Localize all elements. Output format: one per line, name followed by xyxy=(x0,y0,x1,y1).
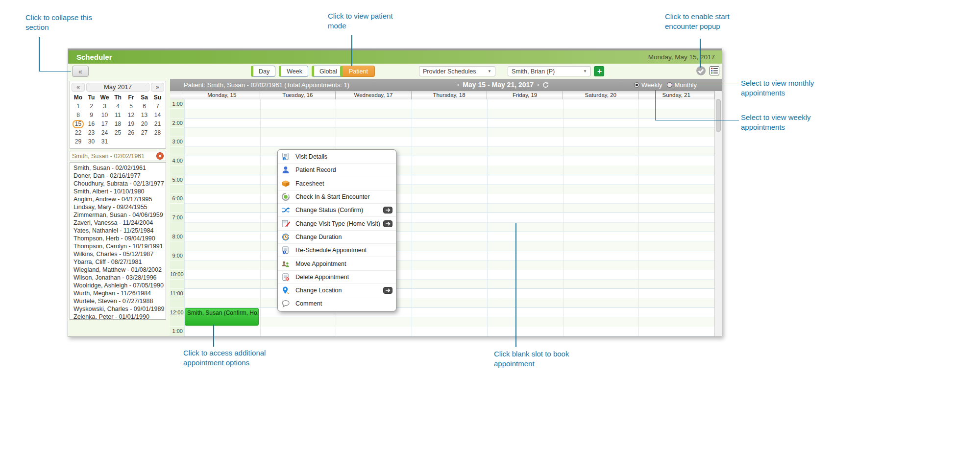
day-column-monday-15[interactable] xyxy=(185,99,261,336)
menu-item-change-visit-type-home-visit[interactable]: Change Visit Type (Home Visit) xyxy=(278,217,396,230)
vertical-scrollbar[interactable] xyxy=(714,91,722,336)
patient-list-item[interactable]: Wllson, Jonathan - 03/28/1996 xyxy=(74,274,166,282)
refresh-icon[interactable] xyxy=(542,82,549,88)
calendar-day-18[interactable]: 18 xyxy=(111,120,124,129)
day-column-friday-19[interactable] xyxy=(488,99,564,336)
day-column-saturday-20[interactable] xyxy=(564,99,639,336)
calendar-day-26[interactable]: 26 xyxy=(124,129,138,138)
day-column-sunday-21[interactable] xyxy=(639,99,715,336)
calendar-day-7[interactable]: 7 xyxy=(151,102,164,111)
annotation-appointment-options: Click to access additional appointment o… xyxy=(183,348,271,368)
menu-item-delete-appointment[interactable]: Delete Appointment xyxy=(278,271,396,284)
calendar-day-24[interactable]: 24 xyxy=(98,129,111,138)
patient-list-item[interactable]: Wurtele, Steven - 07/27/1988 xyxy=(74,297,166,305)
calendar-day-19[interactable]: 19 xyxy=(124,120,138,129)
prev-month-button[interactable]: « xyxy=(72,83,85,92)
start-encounter-toggle-icon[interactable] xyxy=(696,66,706,78)
patient-list-item[interactable]: Wurth, Meghan - 11/26/1984 xyxy=(74,289,166,297)
calendar-day-8[interactable]: 8 xyxy=(72,111,85,120)
calendar-day-5[interactable]: 5 xyxy=(124,102,138,111)
patient-list-item[interactable]: Lindsay, Mary - 09/24/1955 xyxy=(74,203,166,211)
next-month-button[interactable]: » xyxy=(151,83,164,92)
calendar-day-11[interactable]: 11 xyxy=(111,111,124,120)
add-provider-button[interactable]: + xyxy=(594,66,604,76)
menu-item-check-in-start-encounter[interactable]: Check In & Start Encounter xyxy=(278,190,396,204)
calendar-day-15[interactable]: 15 xyxy=(72,120,85,129)
menu-item-label: Visit Details xyxy=(295,153,327,160)
menu-item-change-location[interactable]: Change Location xyxy=(278,284,396,297)
submenu-arrow-icon[interactable] xyxy=(383,220,392,227)
calendar-day-12[interactable]: 12 xyxy=(124,111,138,120)
patient-list-item[interactable]: Thompson, Herb - 09/04/1990 xyxy=(74,235,166,242)
patient-list-item[interactable]: Anglim, Andrew - 04/17/1995 xyxy=(74,195,166,203)
weekly-radio[interactable] xyxy=(634,82,639,88)
calendar-day-10[interactable]: 10 xyxy=(98,111,111,120)
view-button-global[interactable]: Global xyxy=(312,66,343,77)
patient-list-item[interactable]: Wyskowski, Charles - 09/01/1989 xyxy=(74,305,166,313)
patient-list-item[interactable]: Yates, Nathaniel - 11/25/1984 xyxy=(74,227,166,235)
patient-list-item[interactable]: Choudhury, Subrata - 02/13/1977 xyxy=(74,180,166,188)
calendar-day-16[interactable]: 16 xyxy=(85,120,98,129)
view-button-group: DayWeekGlobal xyxy=(251,66,343,77)
calendar-day-31[interactable]: 31 xyxy=(98,138,111,146)
patient-list-item[interactable]: Smith, Albert - 10/10/1980 xyxy=(74,188,166,195)
patient-list-item[interactable]: Doner, Dan - 02/16/1977 xyxy=(74,172,166,180)
time-label: 12:00 xyxy=(170,308,184,317)
prev-week-button[interactable]: ‹ xyxy=(457,81,459,89)
scrollbar-thumb[interactable] xyxy=(716,99,721,132)
appointment-block[interactable]: Smith, Susan (Confirm, Ho... xyxy=(185,308,259,326)
calendar-day-4[interactable]: 4 xyxy=(111,102,124,111)
weekday-row: MoTuWeThFrSaSu xyxy=(70,93,166,102)
calendar-day-14[interactable]: 14 xyxy=(151,111,164,120)
patient-list-item[interactable]: Wilkins, Charles - 05/12/1987 xyxy=(74,250,166,258)
collapse-sidebar-button[interactable]: « xyxy=(72,66,89,77)
appointment-list-icon[interactable] xyxy=(710,66,719,77)
calendar-day-2[interactable]: 2 xyxy=(85,102,98,111)
calendar-day-1[interactable]: 1 xyxy=(72,102,85,111)
menu-item-patient-record[interactable]: Patient Record xyxy=(278,164,396,177)
patient-list-item[interactable]: Zelenka, Peter - 01/01/1990 xyxy=(74,313,166,320)
calendar-day-27[interactable]: 27 xyxy=(138,129,151,138)
calendar-day-20[interactable]: 20 xyxy=(138,120,151,129)
patient-mode-button[interactable]: Patient xyxy=(340,66,375,77)
patient-list-item[interactable]: Thompson, Carolyn - 10/19/1991 xyxy=(74,242,166,250)
calendar-day-28[interactable]: 28 xyxy=(151,129,164,138)
calendar-day-25[interactable]: 25 xyxy=(111,129,124,138)
patient-list-item[interactable]: Smith, Susan - 02/02/1961 xyxy=(74,164,166,172)
calendar-day-30[interactable]: 30 xyxy=(85,138,98,146)
patient-list-item[interactable]: Woolridge, Ashleigh - 07/05/1990 xyxy=(74,282,166,289)
calendar-day-3[interactable]: 3 xyxy=(98,102,111,111)
remove-patient-icon[interactable] xyxy=(156,152,164,160)
menu-item-re-schedule-appointment[interactable]: Re-Schedule Appointment xyxy=(278,244,396,257)
submenu-arrow-icon[interactable] xyxy=(383,207,392,213)
calendar-day-29[interactable]: 29 xyxy=(72,138,85,146)
menu-item-change-status-confirm[interactable]: Change Status (Confirm) xyxy=(278,204,396,217)
submenu-arrow-icon[interactable] xyxy=(383,287,392,294)
calendar-day-23[interactable]: 23 xyxy=(85,129,98,138)
view-button-day[interactable]: Day xyxy=(251,66,275,77)
patient-info-text: Patient: Smith, Susan - 02/02/1961 (Tota… xyxy=(184,81,349,89)
patient-list-item[interactable]: Zimmerman, Susan - 04/06/1959 xyxy=(74,211,166,219)
menu-item-change-duration[interactable]: Change Duration xyxy=(278,231,396,244)
menu-item-comment[interactable]: Comment xyxy=(278,297,396,310)
next-week-button[interactable]: › xyxy=(537,81,539,89)
day-column-thursday-18[interactable] xyxy=(412,99,488,336)
patient-list-item[interactable]: Ybarra, Cliff - 08/27/1981 xyxy=(74,258,166,266)
patient-list-item[interactable]: Zaverl, Vanessa - 11/24/2004 xyxy=(74,219,166,227)
calendar-day-21[interactable]: 21 xyxy=(151,120,164,129)
menu-item-visit-details[interactable]: Visit Details xyxy=(278,150,396,164)
calendar-day-17[interactable]: 17 xyxy=(98,120,111,129)
menu-item-label: Comment xyxy=(295,300,322,307)
monthly-radio[interactable] xyxy=(667,82,672,88)
calendar-day-9[interactable]: 9 xyxy=(85,111,98,120)
provider-dropdown[interactable]: Smith, Brian (P) ▼ xyxy=(508,66,591,76)
patient-list-item[interactable]: Wiegland, Matthew - 01/08/2002 xyxy=(74,266,166,274)
menu-item-move-appointment[interactable]: Move Appointment xyxy=(278,257,396,270)
calendar-day-6[interactable]: 6 xyxy=(138,102,151,111)
menu-item-facesheet[interactable]: Facesheet xyxy=(278,177,396,190)
calendar-day-22[interactable]: 22 xyxy=(72,129,85,138)
view-button-week[interactable]: Week xyxy=(279,66,308,77)
calendar-day-13[interactable]: 13 xyxy=(138,111,151,120)
selected-patient-field[interactable]: Smith, Susan - 02/02/1961 xyxy=(70,151,166,161)
schedule-type-dropdown[interactable]: Provider Schedules ▼ xyxy=(419,66,495,76)
